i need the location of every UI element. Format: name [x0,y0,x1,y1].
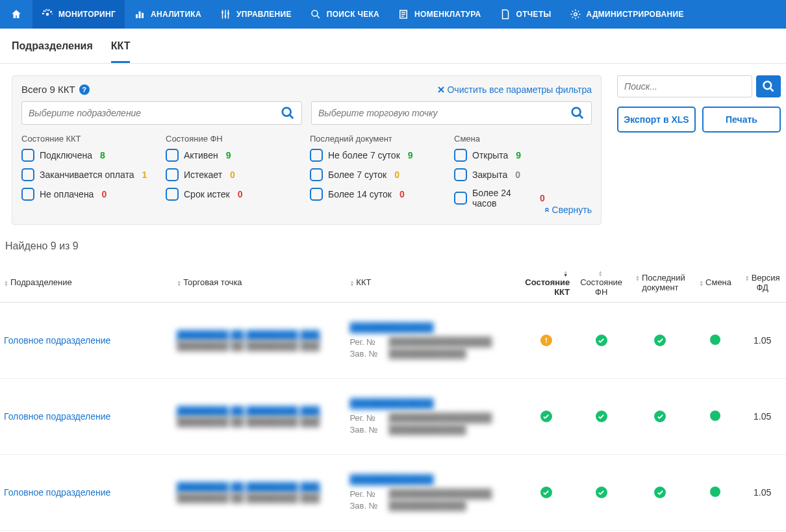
checkbox-box[interactable] [454,192,467,205]
filter-total-label: Всего 9 ККТ [21,84,75,95]
checkbox-label: Не более 7 суток [328,150,400,160]
checkbox-box[interactable] [166,149,179,162]
checkbox-box[interactable] [454,149,467,162]
department-link[interactable]: Головное подразделение [4,335,110,346]
filter-checkbox[interactable]: Более 14 суток0 [310,188,448,201]
nav-reports[interactable]: ОТЧЕТЫ [490,0,561,29]
fd-version: 1.05 [739,303,786,379]
filter-checkbox[interactable]: Истекает0 [166,168,303,181]
filter-checkbox[interactable]: Более 7 суток0 [310,168,448,181]
nav-home[interactable] [0,0,32,29]
col-department[interactable]: Подразделение [0,262,173,303]
department-select-input[interactable] [29,108,281,118]
department-link[interactable]: Головное подразделение [4,487,110,498]
checkbox-count: 0 [540,193,545,203]
nav-monitoring-label: МОНИТОРИНГ [58,10,116,19]
checkbox-label: Более 14 суток [328,189,392,199]
nav-management-label: УПРАВЛЕНИЕ [236,10,292,19]
svg-point-11 [764,82,772,90]
kkt-link[interactable]: █████████████ [349,398,514,409]
checkbox-label: Подключена [40,150,92,160]
reg-label: Рег. № [349,489,383,499]
col-shift[interactable]: Смена [692,262,739,303]
checkbox-box[interactable] [310,168,323,181]
checkbox-box[interactable] [454,168,467,181]
point-sub: ████████ ██ ████████ ███ [177,416,342,427]
checkbox-box[interactable] [166,168,179,181]
svg-point-9 [283,108,291,116]
checkbox-box[interactable] [310,149,323,162]
export-xls-button[interactable]: Экспорт в XLS [617,107,696,133]
search-input[interactable] [617,75,752,97]
status-ok-icon [654,411,666,422]
checkbox-box[interactable] [21,149,34,162]
nav-search-check[interactable]: ПОИСК ЧЕКА [301,0,388,29]
filter-checkbox[interactable]: Закрыта0 [454,168,592,181]
point-select-input[interactable] [318,108,570,118]
print-button[interactable]: Печать [702,107,781,133]
tab-kkt[interactable]: ККТ [111,40,131,63]
checkbox-label: Заканчивается оплата [40,170,134,180]
checkbox-box[interactable] [21,188,34,201]
monitoring-icon [42,8,53,20]
nav-analytics[interactable]: АНАЛИТИКА [125,0,210,29]
status-dot-icon [710,411,720,421]
zav-label: Зав. № [349,425,383,435]
svg-point-7 [312,10,318,16]
home-icon [10,8,22,20]
col-kkt-state[interactable]: Состояние ККТ [519,262,574,303]
filter-checkbox[interactable]: Срок истек0 [166,188,303,201]
nav-admin-label: АДМИНИСТРИРОВАНИЕ [587,10,684,19]
col-fn-state[interactable]: Состояние ФН [574,262,629,303]
clear-filters-link[interactable]: Очистить все параметры фильтра [438,84,592,95]
department-link[interactable]: Головное подразделение [4,411,110,422]
filter-checkbox[interactable]: Заканчивается оплата1 [21,168,159,181]
kkt-link[interactable]: █████████████ [349,322,514,333]
search-button[interactable] [756,75,781,97]
filter-checkbox[interactable]: Не более 7 суток9 [310,149,448,162]
col-point[interactable]: Торговая точка [173,262,346,303]
checkbox-count: 9 [516,150,521,160]
status-ok-icon [540,487,552,498]
nav-management[interactable]: УПРАВЛЕНИЕ [210,0,301,29]
svg-rect-2 [139,12,141,19]
col-kkt[interactable]: ККТ [346,262,518,303]
clear-filters-label: Очистить все параметры фильтра [447,84,592,95]
collapse-filters-link[interactable]: « Свернуть [545,205,592,215]
filter-checkbox[interactable]: Не оплачена0 [21,188,159,201]
filter-checkbox[interactable]: Открыта9 [454,149,592,162]
nav-admin[interactable]: АДМИНИСТРИРОВАНИЕ [561,0,693,29]
filter-checkbox[interactable]: Более 24 часов0 [454,188,545,209]
filter-checkbox[interactable]: Активен9 [166,149,303,162]
checkbox-label: Истекает [184,170,222,180]
point-link[interactable]: ████████ ██ ████████ ███ [177,406,342,416]
checkbox-box[interactable] [166,188,179,201]
nav-nomenclature-label: НОМЕНКЛАТУРА [414,10,481,19]
department-select[interactable] [21,101,302,125]
nav-nomenclature[interactable]: НОМЕНКЛАТУРА [388,0,490,29]
help-icon[interactable]: ? [79,84,90,95]
filter-column-title: Состояние ККТ [21,134,159,144]
point-link[interactable]: ████████ ██ ████████ ███ [177,330,342,340]
kkt-link[interactable]: █████████████ [349,474,514,485]
checkbox-count: 1 [142,170,147,180]
status-ok-icon [654,335,666,346]
tab-departments[interactable]: Подразделения [12,40,93,63]
search-box [617,75,781,97]
nav-monitoring[interactable]: МОНИТОРИНГ [32,0,125,29]
point-link[interactable]: ████████ ██ ████████ ███ [177,482,342,492]
checkbox-label: Открыта [472,150,508,160]
status-dot-icon [710,487,720,497]
col-fd-version[interactable]: Версия ФД [739,262,786,303]
col-last-doc[interactable]: Последний документ [629,262,692,303]
svg-rect-1 [136,14,138,18]
point-select[interactable] [311,101,592,125]
checkbox-box[interactable] [21,168,34,181]
checkbox-box[interactable] [310,188,323,201]
filter-checkbox[interactable]: Подключена8 [21,149,159,162]
table-row: Головное подразделение████████ ██ ██████… [0,455,786,531]
checkbox-count: 0 [230,170,235,180]
fd-version: 1.05 [739,379,786,455]
checkbox-count: 8 [100,150,105,160]
search-icon [310,8,322,20]
